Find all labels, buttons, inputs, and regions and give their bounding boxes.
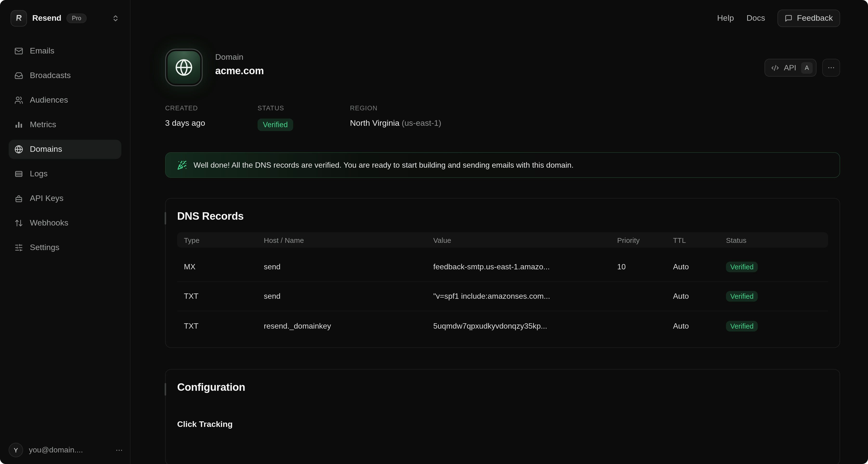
table-row[interactable]: TXT send "v=spf1 include:amazonses.com..… — [177, 282, 828, 311]
user-email: you@domain.... — [29, 446, 83, 454]
globe-icon — [14, 145, 23, 154]
message-square-icon — [785, 14, 793, 22]
sidebar-item-label: Broadcasts — [30, 71, 71, 81]
status-badge: Verified — [726, 291, 758, 301]
code-icon — [771, 64, 779, 71]
workspace-switcher[interactable]: R Resend Pro — [9, 10, 121, 27]
sidebar-item-label: Logs — [30, 169, 48, 179]
sliders-icon — [14, 243, 23, 252]
status-badge: Verified — [726, 262, 758, 272]
sidebar-item-label: Domains — [30, 145, 62, 154]
sidebar-item-metrics[interactable]: Metrics — [9, 115, 121, 135]
mail-icon — [14, 47, 23, 55]
feedback-button[interactable]: Feedback — [778, 10, 840, 27]
domain-eyebrow: Domain — [215, 53, 264, 62]
ellipsis-icon — [827, 64, 835, 72]
sidebar: R Resend Pro Emails Broadcasts Audiences — [0, 0, 130, 464]
plan-badge: Pro — [67, 13, 87, 23]
table-row[interactable]: TXT resend._domainkey 5uqmdw7qpxudkyvdon… — [177, 311, 828, 341]
sidebar-item-label: Audiences — [30, 95, 68, 105]
domain-meta: CREATED 3 days ago STATUS Verified REGIO… — [165, 105, 840, 131]
inbox-icon — [14, 71, 23, 80]
app-window: R Resend Pro Emails Broadcasts Audiences — [0, 0, 868, 464]
cell-host: send — [264, 292, 433, 301]
api-label: API — [784, 63, 796, 72]
created-value: 3 days ago — [165, 119, 257, 128]
cell-ttl: Auto — [673, 263, 726, 271]
more-actions-button[interactable] — [822, 59, 840, 77]
users-icon — [14, 96, 23, 105]
col-status: Status — [726, 236, 828, 244]
configuration-card: Configuration Click Tracking — [165, 369, 840, 464]
region-code: (us-east-1) — [402, 119, 441, 128]
section-accent-bar — [165, 383, 166, 396]
sidebar-item-label: Emails — [30, 46, 54, 56]
sidebar-item-emails[interactable]: Emails — [9, 41, 121, 61]
domain-avatar — [165, 49, 203, 86]
api-button[interactable]: API A — [765, 59, 816, 77]
dns-table: Type Host / Name Value Priority TTL Stat… — [177, 232, 828, 347]
cell-ttl: Auto — [673, 322, 726, 330]
page-title: acme.com — [215, 65, 264, 77]
brand-name: Resend — [32, 13, 61, 23]
sidebar-item-label: API Keys — [30, 194, 64, 203]
sidebar-item-label: Settings — [30, 243, 59, 253]
cell-value: 5uqmdw7qpxudkyvdonqzy35kp... — [433, 322, 617, 330]
table-row[interactable]: MX send feedback-smtp.us-east-1.amazo...… — [177, 253, 828, 282]
sidebar-item-settings[interactable]: Settings — [9, 238, 121, 257]
meta-created: CREATED 3 days ago — [165, 105, 257, 131]
click-tracking-label: Click Tracking — [165, 397, 840, 429]
top-nav: Help Docs Feedback — [717, 10, 840, 27]
cell-host: resend._domainkey — [264, 322, 433, 330]
success-banner: Well done! All the DNS records are verif… — [165, 152, 840, 178]
cell-type: TXT — [184, 322, 264, 330]
sidebar-item-broadcasts[interactable]: Broadcasts — [9, 66, 121, 85]
main-content: Help Docs Feedback Domain acme.com API A — [130, 0, 868, 464]
bar-chart-icon — [14, 120, 23, 129]
cell-value: "v=spf1 include:amazonses.com... — [433, 292, 617, 301]
dns-table-header: Type Host / Name Value Priority TTL Stat… — [177, 232, 828, 248]
party-popper-icon — [177, 160, 187, 170]
cell-ttl: Auto — [673, 292, 726, 301]
cell-priority: 10 — [617, 263, 673, 271]
docs-link[interactable]: Docs — [746, 13, 765, 23]
user-menu[interactable]: Y you@domain.... — [9, 443, 123, 457]
dns-records-card: DNS Records Type Host / Name Value Prior… — [165, 198, 840, 348]
status-badge: Verified — [726, 321, 758, 331]
domain-header: Domain acme.com API A — [165, 49, 840, 86]
sidebar-item-logs[interactable]: Logs — [9, 164, 121, 183]
banner-message: Well done! All the DNS records are verif… — [193, 161, 574, 169]
cell-type: MX — [184, 263, 264, 271]
cell-value: feedback-smtp.us-east-1.amazo... — [433, 263, 617, 271]
region-label: REGION — [350, 105, 441, 112]
sidebar-item-label: Metrics — [30, 120, 56, 129]
meta-status: STATUS Verified — [257, 105, 350, 131]
section-accent-bar — [165, 212, 166, 225]
sidebar-item-webhooks[interactable]: Webhooks — [9, 213, 121, 233]
col-host: Host / Name — [264, 236, 433, 244]
region-value: North Virginia — [350, 119, 399, 128]
avatar: Y — [9, 443, 23, 457]
col-priority: Priority — [617, 236, 673, 244]
dns-records-title: DNS Records — [165, 199, 840, 226]
arrows-up-down-icon — [14, 219, 23, 227]
meta-region: REGION North Virginia (us-east-1) — [350, 105, 441, 131]
cell-host: send — [264, 263, 433, 271]
cell-type: TXT — [184, 292, 264, 301]
rows-icon — [14, 170, 23, 178]
status-badge: Verified — [257, 119, 293, 131]
chevrons-up-down-icon[interactable] — [112, 14, 119, 22]
sidebar-item-audiences[interactable]: Audiences — [9, 91, 121, 110]
help-link[interactable]: Help — [717, 13, 734, 23]
sidebar-item-domains[interactable]: Domains — [9, 140, 121, 159]
feedback-label: Feedback — [797, 13, 833, 23]
api-shortcut-badge: A — [801, 62, 813, 74]
sidebar-item-api-keys[interactable]: API Keys — [9, 189, 121, 208]
resend-logo: R — [10, 10, 27, 27]
col-type: Type — [184, 236, 264, 244]
sidebar-item-label: Webhooks — [30, 218, 68, 228]
globe-icon — [175, 58, 193, 77]
ellipsis-icon[interactable] — [115, 446, 123, 454]
col-ttl: TTL — [673, 236, 726, 244]
created-label: CREATED — [165, 105, 257, 112]
